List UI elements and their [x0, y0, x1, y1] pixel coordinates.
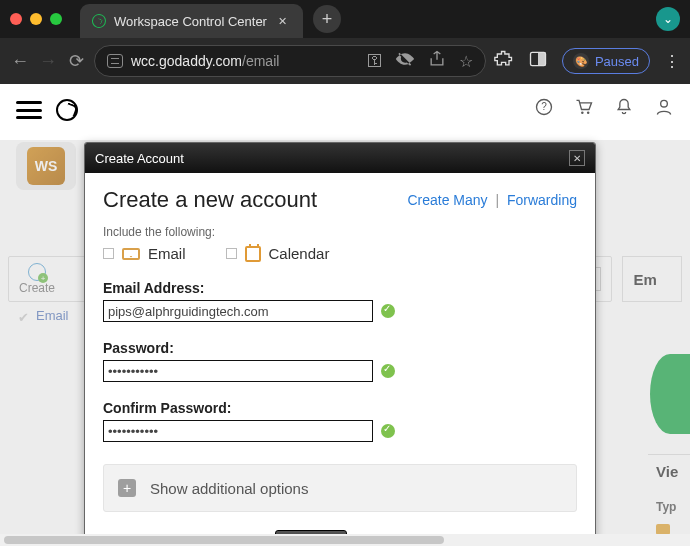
create-many-link[interactable]: Create Many	[407, 192, 487, 208]
password-input[interactable]	[103, 360, 373, 382]
forwarding-link[interactable]: Forwarding	[507, 192, 577, 208]
tab-title: Workspace Control Center	[114, 14, 267, 29]
bookmark-star-icon[interactable]: ☆	[459, 52, 473, 71]
url-path: /email	[242, 53, 279, 69]
horizontal-scrollbar[interactable]	[0, 534, 690, 546]
include-label: Include the following:	[103, 225, 577, 239]
calendar-icon	[245, 246, 261, 262]
include-calendar-checkbox[interactable]	[226, 248, 237, 259]
url-host: wcc.godaddy.com	[131, 53, 242, 69]
valid-check-icon	[381, 304, 395, 318]
password-label: Password:	[103, 340, 577, 356]
profile-paused-chip[interactable]: 🎨 Paused	[562, 48, 650, 74]
bell-icon[interactable]	[614, 97, 634, 123]
include-calendar-label: Calendar	[269, 245, 330, 262]
site-info-icon[interactable]	[107, 54, 123, 68]
svg-point-5	[587, 112, 590, 115]
maximize-window-icon[interactable]	[50, 13, 62, 25]
confirm-password-label: Confirm Password:	[103, 400, 577, 416]
back-button[interactable]: ←	[10, 51, 30, 72]
show-additional-label: Show additional options	[150, 480, 308, 497]
menu-button[interactable]	[16, 101, 42, 119]
profile-icon[interactable]	[654, 97, 674, 123]
include-email-label: Email	[148, 245, 186, 262]
modal-header: Create Account ✕	[85, 143, 595, 173]
expand-icon: +	[118, 479, 136, 497]
modal-header-title: Create Account	[95, 151, 184, 166]
minimize-window-icon[interactable]	[30, 13, 42, 25]
help-icon[interactable]: ?	[534, 97, 554, 123]
incognito-eye-icon[interactable]	[395, 49, 415, 73]
profile-avatar-icon: 🎨	[573, 53, 589, 69]
create-account-modal: Create Account ✕ Create a new account Cr…	[84, 142, 596, 546]
reload-button[interactable]: ⟳	[66, 50, 86, 72]
side-panel-icon[interactable]	[528, 49, 548, 73]
browser-toolbar: ← → ⟳ wcc.godaddy.com/email ⚿ ☆ 🎨 Paused	[0, 38, 690, 84]
email-address-input[interactable]	[103, 300, 373, 322]
new-tab-button[interactable]: +	[313, 5, 341, 33]
close-modal-button[interactable]: ✕	[569, 150, 585, 166]
valid-check-icon	[381, 364, 395, 378]
svg-rect-1	[538, 52, 546, 65]
scrollbar-thumb[interactable]	[4, 536, 444, 544]
svg-point-4	[581, 112, 584, 115]
include-email-checkbox[interactable]	[103, 248, 114, 259]
browser-menu-icon[interactable]: ⋮	[664, 52, 680, 71]
svg-text:?: ?	[541, 101, 547, 112]
close-window-icon[interactable]	[10, 13, 22, 25]
email-icon	[122, 248, 140, 260]
tab-overflow-button[interactable]: ⌄	[656, 7, 680, 31]
app-header: ?	[0, 84, 690, 136]
modal-title: Create a new account	[103, 187, 317, 213]
show-additional-options[interactable]: + Show additional options	[103, 464, 577, 512]
page: ? WS Create	[0, 84, 690, 546]
browser-tab[interactable]: Workspace Control Center	[80, 4, 303, 38]
address-bar[interactable]: wcc.godaddy.com/email ⚿ ☆	[94, 45, 486, 77]
browser-tab-bar: Workspace Control Center + ⌄	[0, 0, 690, 38]
valid-check-icon	[381, 424, 395, 438]
link-separator: |	[495, 192, 499, 208]
godaddy-logo-icon[interactable]	[56, 99, 78, 121]
password-key-icon[interactable]: ⚿	[367, 52, 383, 70]
forward-button: →	[38, 51, 58, 72]
svg-point-6	[661, 100, 668, 107]
cart-icon[interactable]	[574, 97, 594, 123]
confirm-password-input[interactable]	[103, 420, 373, 442]
close-tab-icon[interactable]	[275, 13, 291, 29]
email-address-label: Email Address:	[103, 280, 577, 296]
window-controls	[10, 13, 62, 25]
paused-label: Paused	[595, 54, 639, 69]
extensions-icon[interactable]	[494, 49, 514, 73]
tab-favicon-icon	[90, 12, 108, 30]
share-icon[interactable]	[427, 49, 447, 73]
